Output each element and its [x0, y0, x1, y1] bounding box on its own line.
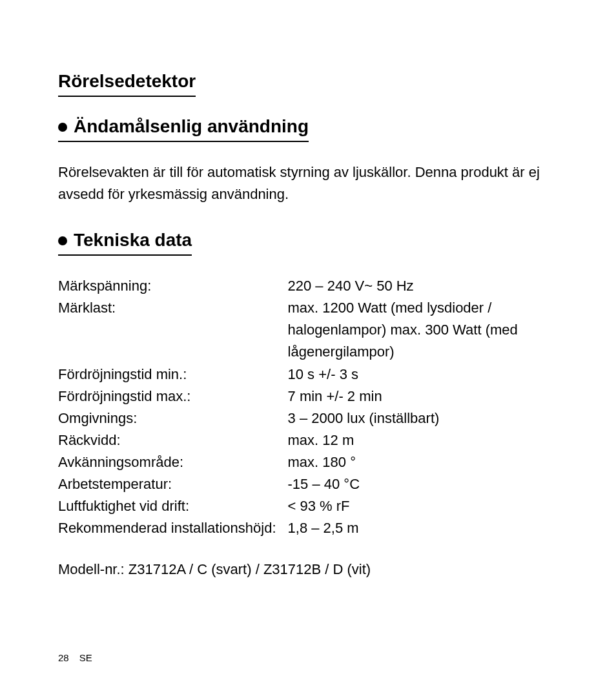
spec-row: Fördröjningstid min.: 10 s +/- 3 s [58, 364, 558, 386]
spec-value: max. 12 m [288, 429, 558, 451]
bullet-icon [58, 236, 67, 245]
section-heading-intended-use: Ändamålsenlig användning [58, 116, 309, 142]
spec-value: 7 min +/- 2 min [288, 386, 558, 407]
spec-label: Rekommenderad installationshöjd: [58, 517, 288, 539]
spec-label: Avkänningsområde: [58, 451, 288, 473]
page-lang: SE [79, 652, 92, 663]
spec-label: Fördröjningstid max.: [58, 386, 288, 407]
spec-row: Märklast: max. 1200 Watt (med lysdioder … [58, 297, 558, 363]
spec-label: Arbetstemperatur: [58, 473, 288, 495]
page-number: 28 [58, 652, 69, 663]
section-heading-text: Ändamålsenlig användning [74, 116, 309, 137]
spec-label: Märkspänning: [58, 275, 288, 297]
spec-table: Märkspänning: 220 – 240 V~ 50 Hz Märklas… [58, 275, 558, 539]
spec-value: 10 s +/- 3 s [288, 364, 558, 386]
spec-row: Märkspänning: 220 – 240 V~ 50 Hz [58, 275, 558, 297]
spec-value: -15 – 40 °C [288, 473, 558, 495]
section-heading-text: Tekniska data [74, 230, 192, 251]
spec-row: Fördröjningstid max.: 7 min +/- 2 min [58, 386, 558, 407]
spec-label: Omgivnings: [58, 407, 288, 429]
spec-value: 3 – 2000 lux (inställbart) [288, 407, 558, 429]
spec-value: max. 1200 Watt (med lysdioder / halogenl… [288, 297, 558, 363]
spec-row: Luftfuktighet vid drift: < 93 % rF [58, 495, 558, 517]
spec-value: 1,8 – 2,5 m [288, 517, 558, 539]
spec-row: Avkänningsområde: max. 180 ° [58, 451, 558, 473]
model-number: Modell-nr.: Z31712A / C (svart) / Z31712… [58, 559, 558, 581]
spec-row: Arbetstemperatur: -15 – 40 °C [58, 473, 558, 495]
spec-row: Omgivnings: 3 – 2000 lux (inställbart) [58, 407, 558, 429]
spec-row: Rekommenderad installationshöjd: 1,8 – 2… [58, 517, 558, 539]
document-page: Rörelsedetektor Ändamålsenlig användning… [0, 0, 616, 689]
spec-value: < 93 % rF [288, 495, 558, 517]
spec-value: max. 180 ° [288, 451, 558, 473]
spec-row: Räckvidd: max. 12 m [58, 429, 558, 451]
spec-label: Räckvidd: [58, 429, 288, 451]
intended-use-paragraph: Rörelsevakten är till för automatisk sty… [58, 161, 558, 205]
section-heading-tech-data: Tekniska data [58, 230, 192, 256]
spec-value: 220 – 240 V~ 50 Hz [288, 275, 558, 297]
spec-label: Märklast: [58, 297, 288, 363]
spec-label: Luftfuktighet vid drift: [58, 495, 288, 517]
spec-label: Fördröjningstid min.: [58, 364, 288, 386]
page-title: Rörelsedetektor [58, 71, 196, 97]
page-footer: 28 SE [58, 652, 92, 663]
bullet-icon [58, 123, 67, 132]
